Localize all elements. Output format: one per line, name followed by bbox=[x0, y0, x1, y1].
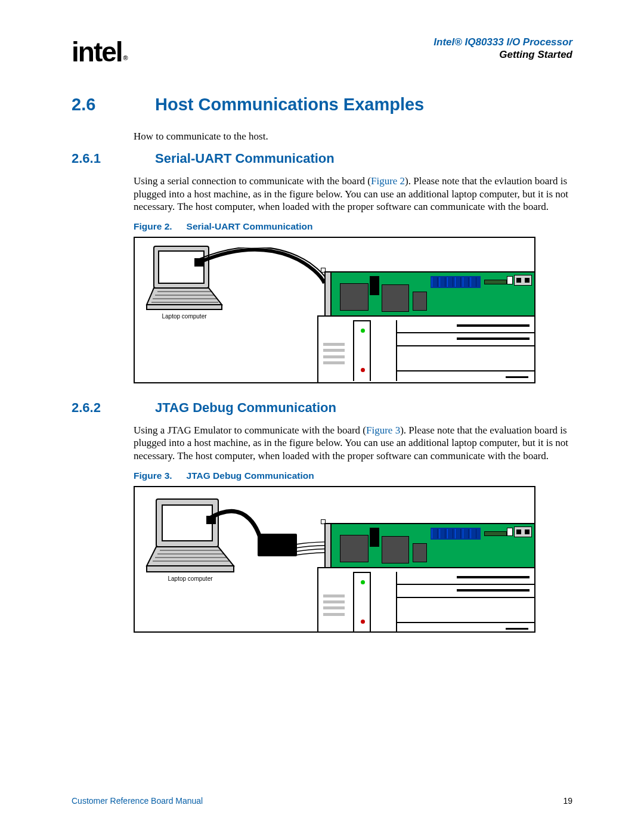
laptop-icon: Laptop computer bbox=[145, 498, 235, 582]
board-and-host-icon bbox=[324, 523, 535, 633]
svg-rect-1 bbox=[159, 251, 204, 283]
page-header: intel® Intel® IQ80333 I/O Processor Gett… bbox=[72, 36, 572, 68]
body-pre: Using a serial connection to communicate… bbox=[134, 175, 371, 187]
intel-logo: intel® bbox=[72, 36, 126, 68]
laptop-label: Laptop computer bbox=[145, 313, 223, 320]
figure-2-caption: Figure 2.Serial-UART Communication bbox=[134, 221, 572, 232]
logo-text: intel bbox=[72, 36, 122, 67]
section-number: 2.6 bbox=[72, 95, 125, 114]
doc-title-block: Intel® IQ80333 I/O Processor Getting Sta… bbox=[434, 36, 572, 61]
subsection-1-title: Serial-UART Communication bbox=[155, 151, 572, 166]
host-pc-icon bbox=[317, 315, 535, 383]
footer-manual-name: Customer Reference Board Manual bbox=[72, 796, 203, 806]
footer-page-number: 19 bbox=[563, 796, 572, 806]
page-footer: Customer Reference Board Manual 19 bbox=[72, 796, 572, 806]
laptop-label-2: Laptop computer bbox=[145, 575, 235, 582]
host-pc-icon bbox=[317, 567, 535, 633]
subsection-2-number: 2.6.2 bbox=[72, 400, 125, 416]
figure-3-link[interactable]: Figure 3 bbox=[366, 425, 400, 436]
section-intro: How to communicate to the host. bbox=[134, 130, 572, 143]
eval-board-icon bbox=[330, 271, 535, 317]
figure-3-caption-lead: Figure 3. bbox=[134, 470, 187, 481]
figure-2-diagram: Laptop computer bbox=[134, 237, 535, 383]
section-title: Host Communications Examples bbox=[155, 95, 572, 114]
body-pre-2: Using a JTAG Emulator to communicate wit… bbox=[134, 425, 366, 436]
board-and-host-icon bbox=[324, 271, 535, 383]
svg-rect-9 bbox=[162, 505, 212, 541]
svg-rect-10 bbox=[147, 566, 234, 572]
registered-mark: ® bbox=[123, 54, 127, 61]
figure-2-link[interactable]: Figure 2 bbox=[371, 175, 405, 187]
doc-section-name: Getting Started bbox=[434, 48, 572, 61]
section-heading: 2.6 Host Communications Examples bbox=[72, 95, 572, 114]
figure-2-caption-lead: Figure 2. bbox=[134, 221, 187, 231]
subsection-2-body: Using a JTAG Emulator to communicate wit… bbox=[134, 424, 572, 462]
figure-3-caption-text: JTAG Debug Communication bbox=[187, 470, 314, 481]
figure-3-caption: Figure 3.JTAG Debug Communication bbox=[134, 470, 572, 481]
subsection-1-body: Using a serial connection to communicate… bbox=[134, 175, 572, 213]
jtag-emulator-icon bbox=[258, 534, 297, 556]
figure-2-caption-text: Serial-UART Communication bbox=[187, 221, 313, 231]
subsection-2-heading: 2.6.2 JTAG Debug Communication bbox=[72, 400, 572, 416]
subsection-1-heading: 2.6.1 Serial-UART Communication bbox=[72, 151, 572, 166]
subsection-2-title: JTAG Debug Communication bbox=[155, 400, 572, 416]
svg-rect-2 bbox=[147, 305, 222, 309]
doc-title: Intel® IQ80333 I/O Processor bbox=[434, 36, 572, 48]
subsection-1-number: 2.6.1 bbox=[72, 151, 125, 166]
figure-3-diagram: Laptop computer bbox=[134, 486, 535, 633]
laptop-icon: Laptop computer bbox=[145, 245, 223, 320]
eval-board-icon bbox=[330, 523, 535, 568]
